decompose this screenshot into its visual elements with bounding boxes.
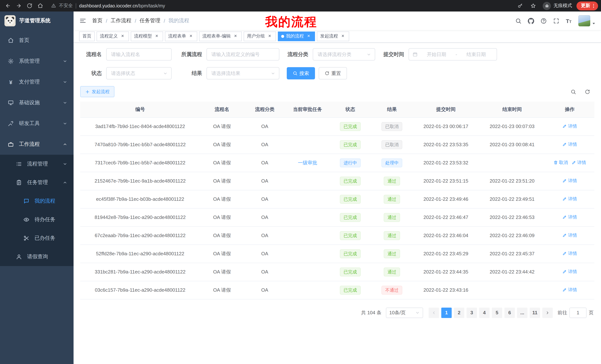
sidebar-item-payment[interactable]: ¥支付管理 — [0, 72, 74, 92]
tab-start-process[interactable]: 发起流程× — [317, 31, 349, 41]
tab-my-process[interactable]: 我的流程× — [278, 31, 315, 41]
process-name-input[interactable] — [106, 48, 172, 60]
pagination-more[interactable]: ... — [517, 307, 527, 318]
breadcrumb-item[interactable]: 工作流程 — [111, 18, 131, 24]
sidebar-item-my-process[interactable]: 我的流程 — [0, 192, 74, 211]
close-icon[interactable]: × — [267, 33, 273, 39]
process-definition-input[interactable] — [207, 48, 279, 60]
pagination-page-1[interactable]: 1 — [441, 307, 452, 318]
cell-id: 7470a810-7b9b-11ec-b5b7-acde48001122 — [80, 135, 200, 153]
goto-page-input[interactable] — [570, 307, 587, 318]
tab-process-form[interactable]: 流程表单× — [165, 31, 197, 41]
fullscreen-icon[interactable] — [551, 16, 561, 26]
tab-process-definition[interactable]: 流程定义× — [97, 31, 129, 41]
close-icon[interactable]: × — [340, 33, 346, 39]
sidebar-item-home[interactable]: 首页 — [0, 30, 74, 51]
close-icon[interactable]: × — [120, 33, 126, 39]
sidebar-item-done-task[interactable]: 已办任务 — [0, 229, 74, 248]
category-select[interactable]: 请选择流程分类 — [313, 48, 375, 60]
cell-category: OA — [244, 208, 285, 226]
result-select[interactable]: 请选择流结果 — [207, 67, 279, 79]
close-icon[interactable]: × — [188, 33, 194, 39]
toggle-search-button[interactable] — [569, 87, 577, 96]
detail-link[interactable]: 详情 — [562, 178, 577, 184]
breadcrumb-item[interactable]: 任务管理 — [140, 18, 160, 24]
app-logo[interactable]: 芋道管理系统 — [0, 11, 74, 30]
detail-link[interactable]: 详情 — [562, 196, 577, 202]
close-icon[interactable]: × — [154, 33, 160, 39]
submit-time-range-picker[interactable]: 开始日期 - 结束日期 — [409, 48, 497, 60]
cell-name: OA 请假 — [200, 153, 244, 172]
breadcrumb-item: 我的流程 — [169, 18, 189, 24]
status-select[interactable]: 请选择状态 — [106, 67, 172, 79]
pagination-next-button[interactable] — [542, 307, 553, 318]
browser-reload-icon[interactable] — [25, 1, 35, 11]
browser-home-icon[interactable] — [35, 1, 45, 11]
pagination-page-11[interactable]: 11 — [530, 307, 540, 318]
todo-icon — [23, 216, 30, 223]
chevron-down-icon — [62, 59, 68, 64]
detail-link[interactable]: 详情 — [562, 123, 577, 130]
browser-actions: 无痕模式 更新 — [515, 1, 598, 11]
close-icon[interactable]: × — [232, 33, 239, 39]
sidebar-item-workflow[interactable]: 工作流程 — [0, 134, 74, 155]
tab-user-group[interactable]: 用户分组× — [244, 31, 276, 41]
bookmark-star-icon[interactable] — [528, 1, 538, 11]
sidebar-item-system[interactable]: 系统管理 — [0, 51, 74, 72]
update-button[interactable]: 更新 — [576, 1, 598, 10]
refresh-table-button[interactable] — [583, 87, 591, 96]
close-icon[interactable]: × — [306, 33, 312, 39]
pagination-page-3[interactable]: 3 — [467, 307, 477, 318]
cancel-link[interactable]: 取消 — [553, 160, 568, 166]
browser-menu-icon[interactable] — [591, 3, 596, 8]
browser-back-icon[interactable] — [3, 1, 13, 11]
breadcrumb-item[interactable]: 首页 — [92, 18, 102, 24]
help-icon[interactable] — [538, 16, 549, 26]
detail-link[interactable]: 详情 — [572, 160, 586, 166]
header-search-icon[interactable] — [513, 16, 523, 26]
detail-link[interactable]: 详情 — [562, 250, 577, 257]
browser-forward-icon[interactable] — [14, 1, 24, 11]
detail-link[interactable]: 详情 — [562, 269, 577, 275]
search-button[interactable]: 搜索 — [287, 67, 315, 79]
reset-button[interactable]: 重置 — [319, 67, 347, 79]
detail-link[interactable]: 详情 — [562, 141, 577, 148]
create-process-button[interactable]: 发起流程 — [80, 86, 114, 97]
tags-view: 首页流程定义×流程模型×流程表单×流程表单-编辑×用户分组×我的流程×发起流程× — [74, 30, 601, 43]
sidebar-item-todo-task[interactable]: 待办任务 — [0, 211, 74, 229]
tab-process-model[interactable]: 流程模型× — [131, 31, 163, 41]
filter-item-name: 流程名 — [80, 48, 172, 60]
tab-label: 首页 — [82, 33, 91, 39]
pagination-page-2[interactable]: 2 — [454, 307, 464, 318]
main-area: 首页/工作流程/任务管理/我的流程 我的流程 TT 首页流程定义×流程模型×流程… — [74, 11, 601, 364]
page-size-select[interactable]: 10条/页 — [386, 307, 423, 318]
not-secure-warning-icon[interactable] — [51, 3, 56, 8]
user-avatar[interactable] — [578, 15, 596, 26]
pagination-page-5[interactable]: 5 — [492, 307, 502, 318]
sidebar-toggle-button[interactable] — [74, 11, 92, 30]
sidebar-item-task-mgmt[interactable]: 任务管理 — [0, 173, 74, 192]
detail-link[interactable]: 详情 — [562, 214, 577, 220]
address-bar[interactable]: 不安全 dashboard.yudao.iocoder.cn/bpm/task/… — [48, 1, 512, 10]
status-tag: 已完成 — [340, 140, 361, 149]
content: 流程名 所属流程 流程分类 请选择流程分类 提交时间 — [74, 43, 601, 364]
tab-home[interactable]: 首页 — [79, 31, 95, 41]
sidebar-item-devtools[interactable]: 研发工具 — [0, 113, 74, 134]
cell-name: OA 请假 — [200, 226, 244, 245]
pagination-page-6[interactable]: 6 — [504, 307, 515, 318]
sidebar-item-leave-query[interactable]: 请假查询 — [0, 248, 74, 266]
github-icon[interactable] — [526, 16, 536, 26]
current-task-link[interactable]: 一级审批 — [298, 159, 317, 166]
password-key-icon[interactable] — [515, 1, 525, 11]
pagination-page-4[interactable]: 4 — [479, 307, 490, 318]
tab-process-form-edit[interactable]: 流程表单-编辑× — [199, 31, 242, 41]
task-icon — [16, 179, 22, 186]
tab-label: 流程定义 — [100, 33, 118, 39]
cell-submit-time: 2022-01-22 23:44:35 — [413, 263, 479, 281]
font-size-icon[interactable]: TT — [563, 16, 574, 26]
sidebar-item-process-mgmt[interactable]: 流程管理 — [0, 155, 74, 173]
pagination-prev-button[interactable] — [429, 307, 439, 318]
sidebar-item-infra[interactable]: 基础设施 — [0, 92, 74, 113]
detail-link[interactable]: 详情 — [562, 287, 577, 293]
detail-link[interactable]: 详情 — [562, 232, 577, 239]
